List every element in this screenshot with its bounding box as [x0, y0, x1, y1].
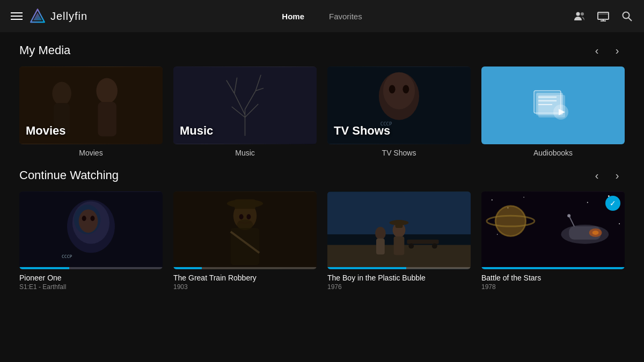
train-title: The Great Train Robbery — [173, 274, 317, 282]
menu-button[interactable] — [11, 12, 23, 20]
completed-badge: ✓ — [605, 196, 620, 211]
svg-rect-47 — [19, 192, 163, 269]
my-media-prev[interactable]: ‹ — [589, 43, 604, 58]
nav-favorites[interactable]: Favorites — [325, 10, 367, 23]
stars-thumbnail-art — [481, 191, 625, 269]
svg-rect-88 — [481, 192, 625, 269]
jellyfin-logo-icon — [29, 8, 46, 25]
continue-watching-title: Continue Watching — [19, 168, 119, 182]
continue-watching-prev[interactable]: ‹ — [589, 168, 604, 183]
audiobooks-icon — [532, 84, 575, 127]
main-content: My Media ‹ › — [0, 32, 644, 291]
app-name: Jellyfin — [50, 10, 87, 23]
media-card-movies[interactable]: Movies Movies — [19, 67, 163, 157]
bubble-title: The Boy in the Plastic Bubble — [327, 274, 471, 282]
svg-point-2 — [576, 12, 580, 16]
media-card-music[interactable]: Music Music — [173, 67, 317, 157]
movies-title: Movies — [19, 149, 163, 157]
bubble-thumbnail-art — [327, 191, 471, 269]
my-media-arrows: ‹ › — [589, 43, 625, 58]
bubble-year: 1976 — [327, 283, 471, 291]
media-grid: Movies Movies — [19, 67, 625, 157]
pioneer-thumbnail-art: СССР — [19, 191, 163, 269]
svg-rect-4 — [598, 12, 609, 19]
tvshows-label: TV Shows — [334, 124, 390, 138]
watching-card-stars[interactable]: ✓ Battle of the Stars 1978 — [481, 191, 625, 291]
users-icon[interactable] — [573, 10, 586, 23]
svg-point-3 — [581, 12, 584, 16]
svg-rect-57 — [173, 192, 317, 269]
media-card-audiobooks[interactable]: Audiobooks — [481, 67, 625, 157]
svg-line-6 — [628, 18, 632, 21]
music-label: Music — [180, 124, 213, 138]
pioneer-subtitle: S1:E1 - Earthfall — [19, 283, 163, 291]
search-icon[interactable] — [620, 10, 633, 23]
my-media-next[interactable]: › — [610, 43, 625, 58]
cast-icon[interactable] — [597, 10, 610, 23]
header-left: Jellyfin — [11, 8, 87, 25]
watching-card-bubble[interactable]: The Boy in the Plastic Bubble 1976 — [327, 191, 471, 291]
svg-point-5 — [623, 12, 630, 19]
header: Jellyfin Home Favorites — [0, 0, 644, 32]
media-card-tvshows[interactable]: СССР TV Shows TV Shows — [327, 67, 471, 157]
svg-rect-70 — [327, 192, 471, 269]
music-title: Music — [173, 149, 317, 157]
continue-watching-section: Continue Watching ‹ › — [19, 168, 625, 291]
nav-home[interactable]: Home — [277, 10, 309, 23]
watching-card-pioneer[interactable]: СССР Pioneer One S1:E1 - Earthfall — [19, 191, 163, 291]
tvshows-title: TV Shows — [327, 149, 471, 157]
my-media-section: My Media ‹ › — [19, 43, 625, 157]
train-thumbnail-art — [173, 191, 317, 269]
logo[interactable]: Jellyfin — [29, 8, 87, 25]
header-right — [573, 10, 633, 23]
pioneer-title: Pioneer One — [19, 274, 163, 282]
movies-label: Movies — [26, 124, 66, 138]
train-year: 1903 — [173, 283, 317, 291]
continue-watching-next[interactable]: › — [610, 168, 625, 183]
stars-title: Battle of the Stars — [481, 274, 625, 282]
my-media-title: My Media — [19, 43, 70, 57]
watching-grid: СССР Pioneer One S1:E1 - Earthfall — [19, 191, 625, 291]
continue-watching-header: Continue Watching ‹ › — [19, 168, 625, 183]
main-nav: Home Favorites — [277, 10, 366, 23]
stars-year: 1978 — [481, 283, 625, 291]
my-media-header: My Media ‹ › — [19, 43, 625, 58]
continue-watching-arrows: ‹ › — [589, 168, 625, 183]
watching-card-train[interactable]: The Great Train Robbery 1903 — [173, 191, 317, 291]
audiobooks-title: Audiobooks — [481, 149, 625, 157]
